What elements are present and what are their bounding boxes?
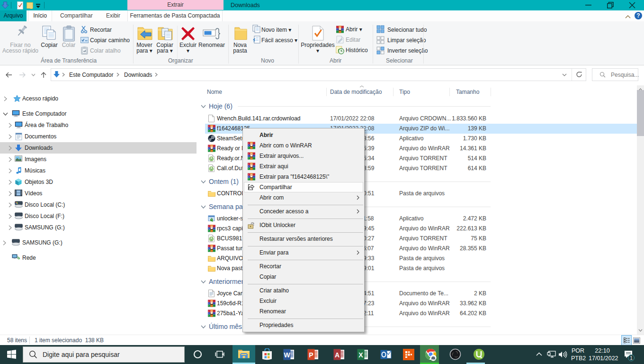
svg-text:A: A (335, 351, 340, 359)
svg-text:P: P (309, 351, 313, 359)
svg-text:W: W (284, 351, 290, 359)
svg-text:X: X (358, 351, 363, 359)
